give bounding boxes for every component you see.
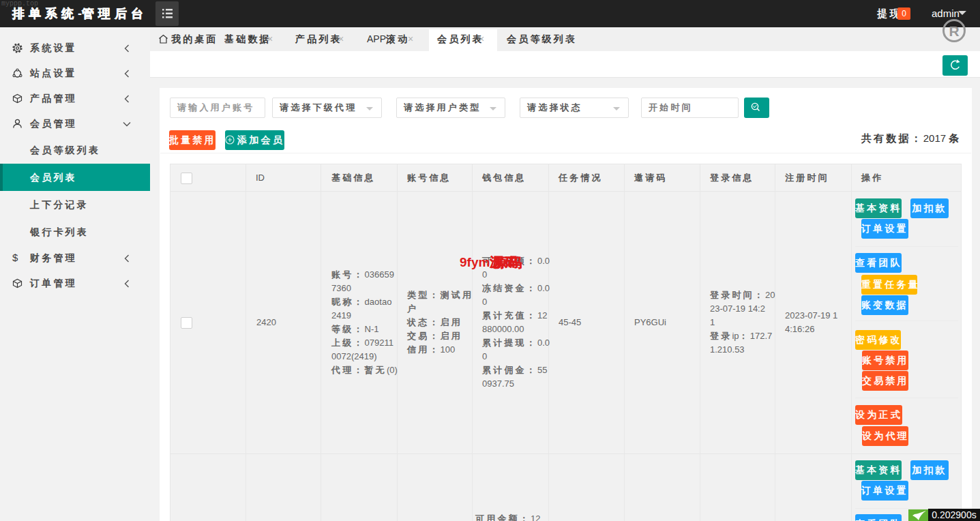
- svg-text:R: R: [949, 23, 959, 39]
